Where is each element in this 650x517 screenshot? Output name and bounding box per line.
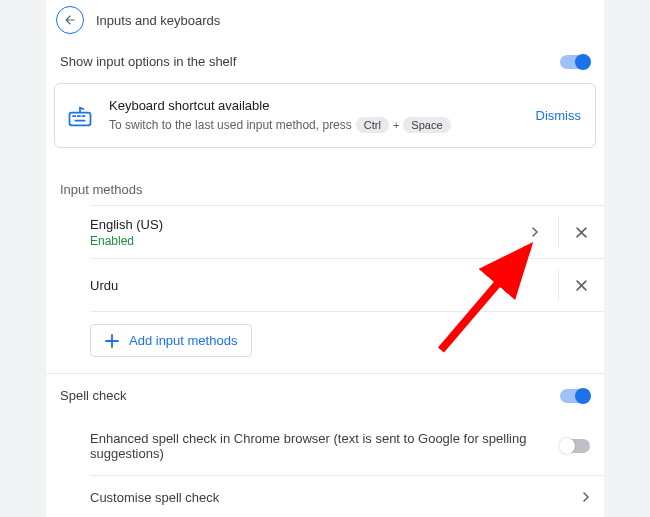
input-method-remove-button[interactable] [558, 216, 604, 248]
key-ctrl: Ctrl [356, 117, 389, 133]
input-method-remove-button[interactable] [558, 269, 604, 301]
header: Inputs and keyboards [46, 0, 604, 40]
enhanced-spellcheck-row: Enhanced spell check in Chrome browser (… [90, 417, 604, 476]
arrow-left-icon [63, 13, 77, 27]
shortcut-card-subtitle: To switch to the last used input method,… [109, 117, 522, 133]
input-methods-heading: Input methods [46, 162, 604, 205]
customise-spellcheck-row[interactable]: Customise spell check [90, 476, 604, 517]
spellcheck-toggle[interactable] [560, 389, 590, 403]
input-method-name: English (US) [90, 217, 512, 232]
input-method-row: English (US) Enabled [90, 205, 604, 259]
input-method-status: Enabled [90, 234, 512, 248]
back-button[interactable] [56, 6, 84, 34]
svg-rect-0 [70, 112, 91, 125]
plus-icon: + [393, 119, 399, 131]
input-method-name: Urdu [90, 278, 558, 293]
plus-icon [105, 334, 119, 348]
shelf-option-row: Show input options in the shelf [46, 40, 604, 83]
dismiss-button[interactable]: Dismiss [536, 108, 582, 123]
input-method-list: English (US) Enabled Urdu [46, 205, 604, 312]
shortcut-card-title: Keyboard shortcut available [109, 98, 522, 113]
settings-panel: Inputs and keyboards Show input options … [46, 0, 604, 517]
input-method-details-button[interactable] [512, 216, 558, 248]
key-space: Space [403, 117, 450, 133]
spellcheck-heading: Spell check [60, 388, 126, 403]
enhanced-spellcheck-toggle[interactable] [560, 439, 590, 453]
add-input-methods-button[interactable]: Add input methods [90, 324, 252, 357]
shelf-option-toggle[interactable] [560, 55, 590, 69]
enhanced-spellcheck-label: Enhanced spell check in Chrome browser (… [90, 431, 560, 461]
close-icon [576, 280, 587, 291]
page-title: Inputs and keyboards [96, 13, 220, 28]
chevron-right-icon [531, 227, 539, 237]
close-icon [576, 227, 587, 238]
spellcheck-row: Spell check [46, 373, 604, 417]
input-method-row: Urdu [90, 259, 604, 312]
customise-spellcheck-label: Customise spell check [90, 490, 219, 505]
chevron-right-icon [582, 490, 590, 505]
shortcut-card: Keyboard shortcut available To switch to… [54, 83, 596, 148]
shelf-option-label: Show input options in the shelf [60, 54, 236, 69]
keyboard-icon [65, 101, 95, 131]
